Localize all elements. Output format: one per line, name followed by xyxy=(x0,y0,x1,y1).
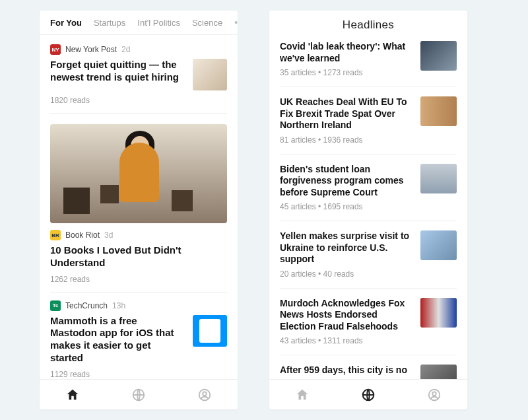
tab-startups[interactable]: Startups xyxy=(94,18,125,28)
headline-item[interactable]: After 959 days, this city is no xyxy=(280,355,457,379)
feed-scroll[interactable]: NY New York Post 2d Forget quiet quittin… xyxy=(40,35,238,379)
source-icon: BR xyxy=(50,230,61,240)
nav-bar xyxy=(40,379,238,409)
tab-for-you[interactable]: For You xyxy=(50,18,82,28)
headlines-scroll[interactable]: Covid 'lab leak theory': What we've lear… xyxy=(269,38,467,379)
headline-thumbnail xyxy=(420,164,457,193)
source-icon: Tc xyxy=(50,300,61,311)
headline-title: Murdoch Acknowledges Fox News Hosts Endo… xyxy=(280,298,412,333)
headline-meta: 45 articles • 1695 reads xyxy=(280,202,412,211)
source-time: 2d xyxy=(121,45,130,54)
headline-title: After 959 days, this city is no xyxy=(280,365,412,376)
headline-title: Covid 'lab leak theory': What we've lear… xyxy=(280,41,412,64)
headline-thumbnail xyxy=(420,230,457,260)
headline-title: UK Reaches Deal With EU To Fix Brexit Tr… xyxy=(280,96,412,131)
article-item[interactable]: Tc TechCrunch 13h Mammoth is a free Mast… xyxy=(50,293,227,380)
article-thumbnail xyxy=(193,59,227,90)
source-name: Book Riot xyxy=(65,230,100,240)
headlines-title: Headlines xyxy=(269,11,467,38)
article-thumbnail xyxy=(193,315,227,347)
article-hero-image xyxy=(50,124,227,223)
article-title: Mammoth is a free Mastodon app for iOS t… xyxy=(50,315,186,365)
more-tabs-icon[interactable]: ••• xyxy=(234,17,238,28)
headline-thumbnail xyxy=(420,298,457,328)
tab-intl-politics[interactable]: Int'l Politics xyxy=(137,18,180,28)
headline-thumbnail xyxy=(420,365,457,379)
nav-globe-icon[interactable] xyxy=(131,388,146,402)
source-row: Tc TechCrunch 13h xyxy=(50,300,227,311)
nav-profile-icon[interactable] xyxy=(197,388,212,402)
headline-thumbnail xyxy=(420,96,457,126)
tab-science[interactable]: Science xyxy=(192,18,222,28)
headline-thumbnail xyxy=(420,41,457,71)
headline-item[interactable]: Yellen makes surprise visit to Ukraine t… xyxy=(280,221,457,289)
source-row: BR Book Riot 3d xyxy=(50,230,227,240)
article-title: 10 Books I Loved But Didn't Understand xyxy=(50,244,227,269)
svg-point-5 xyxy=(432,392,436,396)
source-name: TechCrunch xyxy=(65,301,108,310)
phone-headlines: Headlines Covid 'lab leak theory': What … xyxy=(269,11,467,409)
article-item[interactable]: BR Book Riot 3d 10 Books I Loved But Did… xyxy=(50,114,227,293)
nav-bar xyxy=(269,379,467,409)
article-title: Forget quiet quitting — the newest trend… xyxy=(50,59,186,84)
nav-profile-icon[interactable] xyxy=(427,388,442,402)
source-time: 3d xyxy=(104,230,113,240)
headline-title: Yellen makes surprise visit to Ukraine t… xyxy=(280,230,412,265)
article-item[interactable]: NY New York Post 2d Forget quiet quittin… xyxy=(50,35,227,114)
source-icon: NY xyxy=(50,44,61,55)
article-reads: 1820 reads xyxy=(50,96,227,105)
source-time: 13h xyxy=(112,301,125,310)
nav-home-icon[interactable] xyxy=(295,388,310,402)
headline-meta: 20 articles • 40 reads xyxy=(280,269,412,279)
tab-bar: For You Startups Int'l Politics Science … xyxy=(40,11,238,35)
headline-meta: 35 articles • 1273 reads xyxy=(280,68,412,77)
source-row: NY New York Post 2d xyxy=(50,44,227,55)
headline-item[interactable]: UK Reaches Deal With EU To Fix Brexit Tr… xyxy=(280,87,457,155)
source-name: New York Post xyxy=(65,45,117,54)
article-reads: 1129 reads xyxy=(50,370,227,379)
nav-globe-icon[interactable] xyxy=(361,388,376,402)
headline-item[interactable]: Covid 'lab leak theory': What we've lear… xyxy=(280,38,457,87)
headline-meta: 43 articles • 1311 reads xyxy=(280,336,412,345)
headline-meta: 81 articles • 1936 reads xyxy=(280,135,412,145)
article-reads: 1262 reads xyxy=(50,275,227,284)
svg-point-2 xyxy=(203,392,207,396)
headline-item[interactable]: Biden's student loan forgiveness program… xyxy=(280,155,457,222)
phone-feed: For You Startups Int'l Politics Science … xyxy=(40,11,238,409)
nav-home-icon[interactable] xyxy=(65,388,80,402)
headline-item[interactable]: Murdoch Acknowledges Fox News Hosts Endo… xyxy=(280,289,457,356)
headline-title: Biden's student loan forgiveness program… xyxy=(280,164,412,199)
